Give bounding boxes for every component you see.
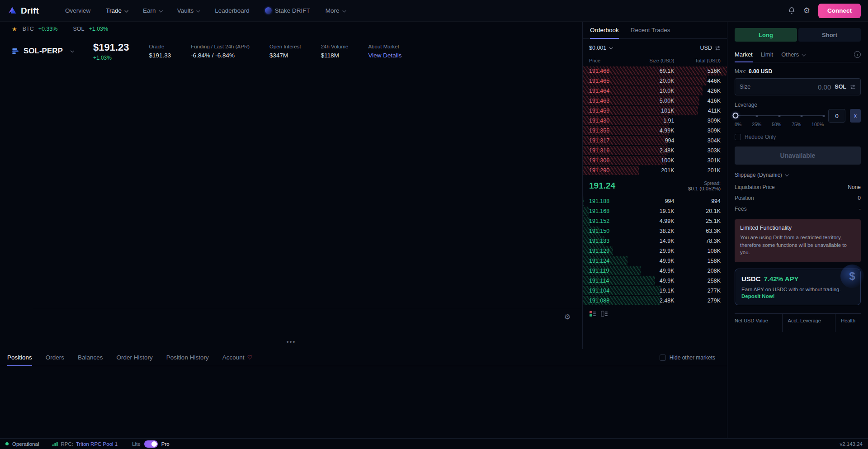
ticker-btc-label[interactable]: BTC <box>23 26 34 32</box>
ticker-sol-label[interactable]: SOL <box>73 26 84 32</box>
nav-item-stake-drift[interactable]: Stake DRIFT <box>265 7 310 14</box>
reduce-only-row: Reduce Only <box>735 134 861 140</box>
deposit-now-link[interactable]: Deposit Now! <box>741 293 854 299</box>
orderbook-split-view-icon[interactable] <box>589 310 596 317</box>
orderbook-ask-row[interactable]: 191.4635.00K416K <box>583 96 727 106</box>
orderbook-bid-row[interactable]: 191.13314.9K78.3K <box>583 236 727 246</box>
slippage-selector[interactable]: Slippage (Dynamic) <box>735 172 861 178</box>
chevron-down-icon <box>342 9 346 12</box>
orderbook-ask-row[interactable]: 191.46869.1K516K <box>583 66 727 76</box>
main-nav: OverviewTradeEarnVaultsLeaderboardStake … <box>65 7 345 14</box>
size-input[interactable]: Size 0.00 SOL <box>735 78 861 95</box>
view-details-link[interactable]: View Details <box>368 52 401 59</box>
depth-bar <box>583 197 584 206</box>
orderbook-bid-row[interactable]: 191.16819.1K20.1K <box>583 206 727 216</box>
chart-area[interactable]: ⚙ ••• <box>0 66 582 349</box>
tab-order-history[interactable]: Order History <box>117 349 153 366</box>
leverage-slider-knob[interactable] <box>732 113 738 118</box>
tab-orderbook[interactable]: Orderbook <box>590 22 619 38</box>
submit-order-button[interactable]: Unavailable <box>735 147 861 165</box>
orderbook-bid-row[interactable]: 191.12449.9K158K <box>583 256 727 266</box>
max-row: Max: 0.00 USD <box>735 68 861 75</box>
hide-other-markets-checkbox[interactable] <box>660 354 666 361</box>
connect-wallet-button[interactable]: Connect <box>818 4 861 18</box>
orderbook-ask-row[interactable]: 191.4301.91309K <box>583 116 727 126</box>
rpc-selector[interactable]: Triton RPC Pool 1 <box>76 441 118 447</box>
orderbook-ask-row[interactable]: 191.46410.0K426K <box>583 86 727 96</box>
orderbook-ask-row[interactable]: 191.3162.48K303K <box>583 146 727 156</box>
orderbook-ask-row[interactable]: 191.46520.0K446K <box>583 76 727 86</box>
market-selector[interactable]: SOL-PERP <box>12 47 73 56</box>
tab-others[interactable]: Others <box>781 47 805 62</box>
leverage-row: 0%25%50%75%100% 0 x <box>735 113 861 127</box>
settings-gear-icon[interactable]: ⚙ <box>803 7 810 14</box>
orderbook-ask-row[interactable]: 191.3554.99K309K <box>583 126 727 136</box>
positions-panel <box>0 366 727 438</box>
orderbook-bid-row[interactable]: 191.12929.9K108K <box>583 246 727 256</box>
orderbook-bid-row[interactable]: 191.188994994 <box>583 196 727 206</box>
short-tab[interactable]: Short <box>798 28 861 42</box>
chart-settings-icon[interactable]: ⚙ <box>564 312 571 321</box>
tab-account[interactable]: Account♡ <box>222 349 252 366</box>
tab-positions[interactable]: Positions <box>7 349 32 366</box>
tab-orders[interactable]: Orders <box>46 349 64 366</box>
nav-item-overview[interactable]: Overview <box>65 7 90 14</box>
panel-resize-handle[interactable]: ••• <box>287 338 296 345</box>
orderbook-ask-row[interactable]: 191.306100K301K <box>583 156 727 165</box>
chevron-down-icon <box>125 9 128 12</box>
orderbook-bid-row[interactable]: 191.1524.99K25.1K <box>583 216 727 226</box>
leverage-tick-label: 50% <box>772 122 781 127</box>
leverage-tick-labels: 0%25%50%75%100% <box>735 122 824 127</box>
swap-arrows-icon[interactable] <box>850 85 856 90</box>
depth-bar <box>583 207 589 216</box>
tab-market[interactable]: Market <box>735 47 753 62</box>
chart-column: ★ BTC +0.33% SOL +1.03% SOL-PERP <box>0 22 582 349</box>
leverage-input[interactable]: 0 <box>828 109 845 123</box>
tab-position-history[interactable]: Position History <box>166 349 209 366</box>
reduce-only-checkbox[interactable] <box>735 134 741 140</box>
restricted-territory-warning: Limited Functionality You are using Drif… <box>735 219 861 262</box>
tab-balances[interactable]: Balances <box>78 349 103 366</box>
usdc-apy-card[interactable]: $ USDC 7.42% APY Earn APY on USDC with o… <box>735 269 861 305</box>
notifications-bell-icon[interactable] <box>788 7 795 14</box>
open-interest-stat: Open Interest $347M <box>269 44 301 59</box>
drift-app: Drift OverviewTradeEarnVaultsLeaderboard… <box>0 0 868 449</box>
orderbook-bid-row[interactable]: 191.11949.9K208K <box>583 266 727 276</box>
orderbook-bid-row[interactable]: 191.15038.2K63.3K <box>583 226 727 236</box>
tab-limit[interactable]: Limit <box>761 47 773 62</box>
account-tabs-bar: PositionsOrdersBalancesOrder HistoryPosi… <box>0 349 727 366</box>
orderbook-asks: 191.46869.1K516K191.46520.0K446K191.4641… <box>583 66 727 175</box>
orderbook-ask-row[interactable]: 191.459101K411K <box>583 106 727 116</box>
favorites-star-icon[interactable]: ★ <box>12 26 17 33</box>
nav-item-vaults[interactable]: Vaults <box>177 7 200 14</box>
chevron-down-icon <box>197 9 200 12</box>
orderbook-bid-row[interactable]: 191.10419.1K277K <box>583 286 727 296</box>
price-block: $191.23 +1.03% <box>93 42 129 61</box>
leverage-slider[interactable] <box>735 113 824 119</box>
brand[interactable]: Drift <box>7 6 39 16</box>
order-info-rows: Liquidation PriceNonePosition0Fees- <box>735 184 861 212</box>
nav-item-more[interactable]: More <box>326 7 345 14</box>
unit-toggle[interactable]: USD <box>700 45 721 51</box>
orderbook-depth-view-icon[interactable] <box>601 310 608 317</box>
tab-recent-trades[interactable]: Recent Trades <box>631 22 670 38</box>
orderbook-bid-row[interactable]: 191.0882.48K279K <box>583 296 727 306</box>
price-change: +1.03% <box>93 55 129 61</box>
rpc-group: RPC: Triton RPC Pool 1 <box>52 441 118 447</box>
funding-stat: Funding / Last 24h (APR) -6.84% / -6.84% <box>191 44 250 59</box>
lite-pro-toggle[interactable] <box>144 440 158 448</box>
nav-item-earn[interactable]: Earn <box>143 7 162 14</box>
chart-divider-line <box>33 309 582 309</box>
long-tab[interactable]: Long <box>735 28 797 42</box>
nav-item-leaderboard[interactable]: Leaderboard <box>215 7 250 14</box>
grouping-select[interactable]: $0.001 <box>589 45 612 51</box>
info-icon[interactable]: i <box>854 51 861 58</box>
swap-arrows-icon <box>715 46 721 51</box>
account-stats: Net USD Value-Acct. Leverage-Health- <box>735 313 861 332</box>
orderbook-bid-row[interactable]: 191.11449.9K258K <box>583 276 727 286</box>
orderbook-panel: Orderbook Recent Trades $0.001 USD <box>582 22 727 349</box>
leverage-x-badge[interactable]: x <box>850 109 861 123</box>
orderbook-ask-row[interactable]: 191.317994304K <box>583 136 727 146</box>
nav-item-trade[interactable]: Trade <box>106 7 127 14</box>
orderbook-ask-row[interactable]: 191.290201K201K <box>583 165 727 175</box>
